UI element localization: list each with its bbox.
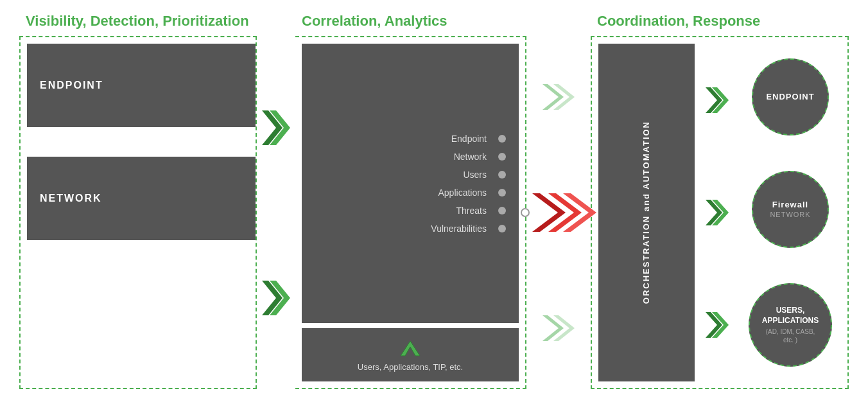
- analytics-item-network: Network: [315, 152, 506, 162]
- left-connector: [257, 36, 295, 389]
- analytics-label-users: Users: [315, 170, 493, 180]
- section-headers: Visibility, Detection, Prioritization Co…: [19, 13, 849, 30]
- orchestration-block: ORCHESTRATION and AUTOMATION: [598, 44, 695, 381]
- red-chevrons: [532, 193, 596, 232]
- light-green-chevron-connector-bottom: [542, 315, 575, 341]
- network-block: NETWORK: [27, 157, 256, 240]
- svg-marker-4: [401, 341, 420, 356]
- left-section: ENDPOINT NETWORK: [19, 36, 257, 389]
- white-gap: [27, 132, 256, 152]
- big-red-arrows: [521, 193, 596, 232]
- origin-dot: [521, 208, 530, 217]
- svg-marker-11: [553, 315, 575, 341]
- endpoint-label: ENDPOINT: [40, 80, 103, 91]
- analytics-item-endpoint: Endpoint: [315, 134, 506, 144]
- target-users-apps-detail: (AD, IDM, CASB,etc. ): [762, 326, 819, 345]
- header-coordination: Coordination, Response: [597, 13, 854, 30]
- target-firewall: Firewall NETWORK: [752, 171, 829, 248]
- header-correlation: Correlation, Analytics: [302, 13, 539, 30]
- analytics-item-users: Users: [315, 170, 506, 180]
- analytics-dot-vulns: [498, 225, 506, 232]
- target-firewall-sublabel: NETWORK: [770, 211, 810, 218]
- up-chevron-icon: [397, 338, 423, 357]
- analytics-label-network: Network: [315, 152, 493, 162]
- analytics-dot-applications: [498, 189, 506, 197]
- green-chevron-bottom: [262, 281, 290, 315]
- analytics-dot-threats: [498, 207, 506, 214]
- orchestration-label: ORCHESTRATION and AUTOMATION: [641, 121, 652, 304]
- target-users-apps-label: USERS,APPLICATIONS: [762, 305, 819, 327]
- analytics-item-vulns: Vulnerabilities: [315, 223, 506, 234]
- target-users-apps: USERS,APPLICATIONS (AD, IDM, CASB,etc. ): [749, 283, 832, 367]
- analytics-label-endpoint: Endpoint: [315, 134, 493, 144]
- bottom-box: Users, Applications, TIP, etc.: [302, 328, 519, 381]
- diagram-container: Visibility, Detection, Prioritization Co…: [0, 0, 868, 402]
- green-chevron-top: [262, 110, 290, 145]
- analytics-panel: Endpoint Network Users Applications Thre…: [302, 44, 519, 323]
- target-firewall-label: Firewall: [772, 200, 808, 209]
- main-layout: ENDPOINT NETWORK: [19, 36, 849, 389]
- middle-section: Endpoint Network Users Applications Thre…: [295, 36, 526, 389]
- middle-connector: [526, 36, 591, 389]
- orch-arrow-top: [706, 87, 729, 113]
- target-endpoint-label: ENDPOINT: [766, 92, 814, 101]
- analytics-label-applications: Applications: [315, 188, 493, 198]
- right-section: ORCHESTRATION and AUTOMATION: [591, 36, 849, 389]
- network-label: NETWORK: [40, 193, 102, 204]
- analytics-item-threats: Threats: [315, 205, 506, 216]
- analytics-label-vulns: Vulnerabilities: [315, 223, 493, 234]
- bottom-box-label: Users, Applications, TIP, etc.: [358, 362, 463, 372]
- analytics-dot-endpoint: [498, 135, 506, 143]
- orch-arrow-bottom: [706, 312, 729, 338]
- svg-marker-6: [553, 84, 575, 110]
- target-endpoint: ENDPOINT: [752, 58, 829, 135]
- internal-right-arrows: [701, 44, 733, 381]
- orch-arrow-middle: [706, 200, 729, 225]
- light-green-chevron-connector-top: [542, 84, 575, 110]
- analytics-dot-users: [498, 171, 506, 179]
- analytics-label-threats: Threats: [315, 205, 493, 216]
- response-targets: ENDPOINT Firewall NETWORK USERS,APPLICAT…: [740, 44, 841, 381]
- endpoint-block: ENDPOINT: [27, 44, 256, 127]
- analytics-item-applications: Applications: [315, 188, 506, 198]
- analytics-dot-network: [498, 153, 506, 161]
- header-visibility: Visibility, Detection, Prioritization: [26, 13, 263, 30]
